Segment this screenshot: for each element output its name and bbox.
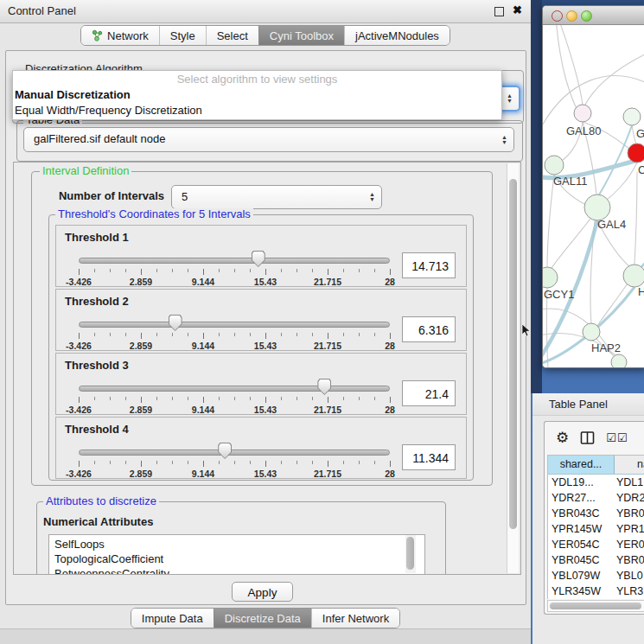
network-node-bottom[interactable] <box>611 354 627 367</box>
threshold-slider-track[interactable] <box>79 386 390 392</box>
threshold-value-field[interactable]: 11.344 <box>402 444 456 470</box>
cell-name[interactable]: YBR0 <box>615 552 644 568</box>
threshold-slider-handle[interactable] <box>252 251 265 267</box>
network-window-titlebar <box>543 6 644 25</box>
cell-name[interactable]: YER0 <box>615 537 644 552</box>
minor-tick <box>374 397 375 400</box>
table-row[interactable]: YDL19...YDL1 <box>548 475 644 490</box>
cell-name[interactable]: YLR3 <box>615 583 644 599</box>
network-node-gcy1[interactable] <box>543 267 558 288</box>
dropdown-option-equal-width[interactable]: Equal Width/Frequency Discretization <box>13 103 501 118</box>
dropdown-hint: Select algorithm to view settings <box>13 71 501 87</box>
settings-scrollbar-thumb[interactable] <box>509 179 517 529</box>
table-data-combobox[interactable]: galFiltered.sif default node ▲▼ <box>23 127 514 152</box>
cell-name[interactable]: YPR1 <box>615 521 644 537</box>
cell-shared-name[interactable]: YER054C <box>548 537 615 552</box>
zoom-traffic-light[interactable] <box>581 10 592 22</box>
table-window: ⚙ ☑☑ shared... na YDL19...YDL1YDR27...YD… <box>544 421 644 615</box>
attribute-list-item[interactable]: SelfLoops <box>54 537 424 552</box>
minor-tick <box>343 269 344 272</box>
table-row[interactable]: YBR043CYBR0 <box>548 506 644 521</box>
attributes-list-scrollbar[interactable] <box>405 535 416 573</box>
minor-tick <box>110 269 111 272</box>
column-header-shared-name[interactable]: shared... <box>548 456 615 474</box>
major-tick <box>265 269 266 275</box>
threshold-value-field[interactable]: 21.4 <box>402 380 456 406</box>
cell-shared-name[interactable]: YLR345W <box>548 583 615 599</box>
threshold-value-field[interactable]: 6.316 <box>402 316 456 342</box>
close-icon[interactable]: ✖ <box>513 3 522 16</box>
threshold-value-field[interactable]: 14.713 <box>402 252 456 278</box>
axis-tick-label: 21.715 <box>314 341 341 351</box>
network-node-hap2[interactable] <box>583 323 600 341</box>
attribute-list-item[interactable]: TopologicalCoefficient <box>54 552 424 566</box>
table-row[interactable]: YLR345WYLR3 <box>548 583 644 599</box>
tab-network[interactable]: Network <box>81 26 159 45</box>
threshold-slider-track[interactable] <box>79 258 390 264</box>
table-row[interactable]: YPR145WYPR1 <box>548 521 644 537</box>
minor-tick <box>188 397 188 400</box>
axis-tick-label: 9.144 <box>192 277 214 287</box>
desktop-shadow <box>531 0 542 393</box>
network-node-gal4[interactable] <box>584 194 610 220</box>
cell-name[interactable]: YBL0 <box>615 568 644 583</box>
tab-jactivemnodules[interactable]: jActiveMNodules <box>344 26 450 45</box>
network-node-selected-red[interactable] <box>628 143 644 163</box>
column-header-name[interactable]: na <box>615 456 644 474</box>
table-panel-titlebar: Table Panel <box>532 393 644 416</box>
cell-shared-name[interactable]: YBL079W <box>548 568 615 583</box>
tab-style[interactable]: Style <box>159 26 206 45</box>
attribute-list-item[interactable]: BetweennessCentrality <box>54 566 424 575</box>
cell-shared-name[interactable]: YBR045C <box>548 552 615 568</box>
tab-cyni-toolbox[interactable]: Cyni Toolbox <box>258 26 344 45</box>
threshold-slider-track[interactable] <box>79 322 390 328</box>
cell-name[interactable]: YBR0 <box>615 506 644 521</box>
table-row[interactable]: YDR27...YDR2 <box>548 490 644 506</box>
tab-infer-network[interactable]: Infer Network <box>311 609 399 628</box>
network-node-clipped-right-top[interactable] <box>623 108 641 125</box>
tab-select[interactable]: Select <box>206 26 258 45</box>
select-columns-checkboxes-icon[interactable]: ☑☑ <box>606 431 628 444</box>
tab-impute-data[interactable]: Impute Data <box>131 609 214 628</box>
close-traffic-light[interactable] <box>552 10 563 22</box>
network-node-gal80[interactable] <box>574 105 591 122</box>
dropdown-option-manual[interactable]: Manual Discretization <box>13 87 501 103</box>
slider-axis: -3.4262.8599.14415.4321.71528 <box>79 269 390 286</box>
split-columns-icon[interactable] <box>580 430 595 445</box>
table-horizontal-scrollbar[interactable] <box>547 600 644 612</box>
tab-discretize-data[interactable]: Discretize Data <box>214 609 311 628</box>
major-tick <box>265 333 266 339</box>
minimize-traffic-light[interactable] <box>566 10 577 22</box>
slider-axis: -3.4262.8599.14415.4321.71528 <box>79 461 390 478</box>
gear-icon[interactable]: ⚙ <box>556 430 569 445</box>
threshold-slider-handle[interactable] <box>218 443 232 459</box>
number-of-intervals-combobox[interactable]: 5 ▲▼ <box>171 185 382 209</box>
threshold-slider-handle[interactable] <box>317 379 331 395</box>
attributes-group-label: Attributes to discretize <box>43 495 159 507</box>
cell-shared-name[interactable]: YBR043C <box>548 506 615 521</box>
table-row[interactable]: YBL079WYBL0 <box>548 568 644 583</box>
network-node-gal11[interactable] <box>545 156 564 175</box>
minor-tick <box>234 397 235 400</box>
major-tick <box>328 461 328 467</box>
table-row[interactable]: YBR045CYBR0 <box>548 552 644 568</box>
apply-button[interactable]: Apply <box>232 582 293 602</box>
major-tick <box>141 333 142 339</box>
cell-name[interactable]: YDR2 <box>615 490 644 506</box>
network-node-h[interactable] <box>623 265 644 287</box>
major-tick <box>79 397 80 403</box>
network-canvas[interactable]: GAL80 GA C GAL11 GAL4 GCY1 H HAP2 <box>543 25 644 367</box>
axis-tick-label: 2.859 <box>130 277 152 287</box>
threshold-slider-handle[interactable] <box>169 315 182 331</box>
cell-shared-name[interactable]: YDL19... <box>548 475 615 490</box>
threshold-slider-track[interactable] <box>79 450 390 456</box>
settings-scrollbar[interactable] <box>507 163 519 573</box>
minor-tick <box>374 269 375 272</box>
cell-name[interactable]: YDL1 <box>615 475 644 490</box>
cell-shared-name[interactable]: YPR145W <box>548 521 615 537</box>
cell-shared-name[interactable]: YDR27... <box>548 490 615 506</box>
numerical-attributes-list[interactable]: SelfLoopsTopologicalCoefficientBetweenne… <box>48 534 425 575</box>
float-window-icon[interactable] <box>494 7 504 16</box>
minor-tick <box>296 333 297 336</box>
table-row[interactable]: YER054CYER0 <box>548 537 644 552</box>
